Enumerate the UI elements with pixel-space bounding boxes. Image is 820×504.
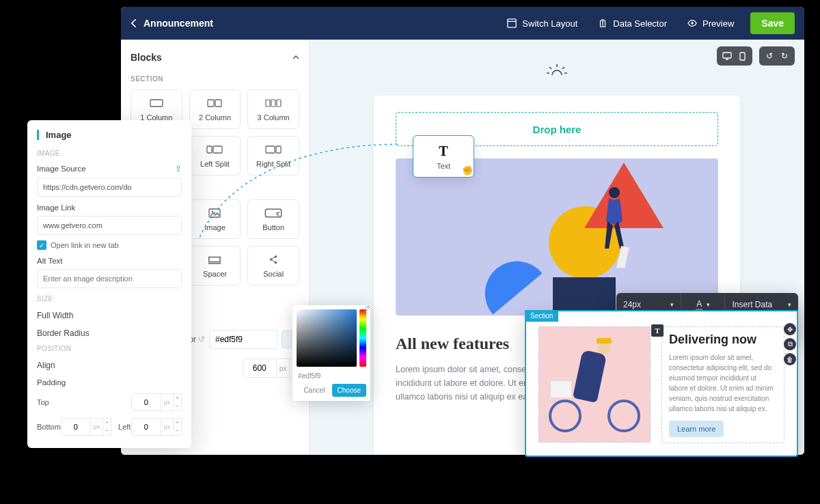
section-image-slot[interactable]: [538, 326, 651, 443]
svg-rect-6: [266, 100, 270, 107]
padding-top-label: Top: [37, 398, 68, 406]
padding-top-stepper[interactable]: +−: [174, 393, 182, 411]
color-hex-value: #edf5f9: [298, 372, 366, 380]
svg-rect-16: [276, 146, 281, 153]
block-spacer[interactable]: Spacer: [189, 246, 241, 285]
image-icon: [206, 207, 223, 219]
padding-top-input[interactable]: [131, 393, 161, 411]
props-section-position: POSITION: [37, 345, 182, 352]
image-source-label: Image Source: [37, 165, 86, 173]
block-image[interactable]: Image: [189, 199, 241, 239]
padding-left-label: Left: [118, 423, 131, 431]
border-radius-row[interactable]: Border Radius: [37, 328, 182, 338]
align-row[interactable]: Align: [37, 361, 182, 370]
svg-rect-0: [508, 19, 516, 27]
svg-rect-8: [277, 100, 281, 107]
section-heading: Delivering now: [669, 333, 777, 347]
color-gradient[interactable]: [297, 309, 357, 367]
svg-rect-31: [740, 53, 745, 60]
device-toggle: [717, 46, 752, 66]
back-button[interactable]: Announcement: [131, 18, 213, 29]
block-social[interactable]: Social: [247, 246, 299, 285]
section-text-slot[interactable]: T ✥ ⧉ 🗑 Delivering now Lorem ipsum dolor…: [661, 326, 784, 443]
image-source-input[interactable]: [37, 178, 182, 197]
block-right-split[interactable]: Right Split: [247, 136, 299, 176]
spacer-icon: [206, 253, 223, 266]
padding-label: Padding: [37, 378, 182, 387]
svg-rect-14: [213, 146, 222, 153]
svg-point-2: [691, 22, 694, 25]
svg-line-28: [272, 260, 275, 262]
history-toggle: ↺ ↻: [759, 46, 795, 66]
width-input[interactable]: [243, 359, 277, 378]
svg-rect-3: [150, 100, 163, 107]
data-selector-button[interactable]: Data Selector: [591, 14, 674, 33]
svg-rect-7: [271, 100, 275, 107]
block-2-column[interactable]: 2 Column: [189, 89, 241, 129]
svg-point-18: [212, 211, 214, 213]
redo-button[interactable]: ↻: [777, 49, 792, 63]
svg-line-33: [549, 67, 551, 69]
section-preview[interactable]: Section T ✥ ⧉ 🗑 Delivering now Lorem ips…: [525, 310, 798, 457]
svg-rect-22: [209, 257, 220, 262]
delete-button[interactable]: 🗑: [784, 353, 796, 365]
image-link-input[interactable]: [37, 216, 182, 235]
preview-button[interactable]: Preview: [681, 14, 741, 33]
props-section-size: SIZE: [37, 295, 182, 303]
desktop-icon: [722, 52, 732, 60]
learn-more-button[interactable]: Learn more: [669, 421, 724, 437]
image-link-label: Image Link: [37, 204, 75, 212]
eye-icon: [687, 18, 697, 28]
svg-rect-38: [614, 246, 629, 268]
padding-bottom-stepper[interactable]: +−: [103, 418, 111, 436]
undo-button[interactable]: ↺: [762, 49, 777, 63]
page-title: Announcement: [144, 18, 213, 29]
block-button[interactable]: Button: [247, 199, 299, 239]
move-handle[interactable]: ✥: [784, 323, 796, 335]
chevron-up-icon: [292, 55, 299, 59]
width-unit: px: [277, 359, 290, 378]
data-icon: [598, 18, 607, 28]
save-button[interactable]: Save: [750, 12, 795, 34]
button-icon: [264, 207, 282, 219]
mobile-view-button[interactable]: [735, 49, 750, 63]
svg-rect-15: [266, 146, 275, 153]
color-picker: #edf5f9 Cancel Choose: [292, 305, 370, 401]
padding-bottom-input[interactable]: [61, 418, 91, 436]
editor-header: Announcement Switch Layout Data Selector…: [121, 7, 804, 40]
padding-bottom-label: Bottom: [37, 423, 61, 431]
person-illustration: [599, 186, 629, 268]
block-left-split[interactable]: Left Split: [189, 136, 241, 176]
desktop-view-button[interactable]: [720, 49, 735, 63]
color-cancel-button[interactable]: Cancel: [299, 384, 329, 397]
color-choose-button[interactable]: Choose: [332, 384, 366, 397]
alt-text-input[interactable]: [37, 269, 182, 288]
duplicate-button[interactable]: ⧉: [784, 338, 796, 350]
blocks-accordion-header[interactable]: Blocks: [131, 49, 299, 72]
switch-layout-button[interactable]: Switch Layout: [500, 14, 584, 33]
eyedropper-icon[interactable]: [362, 305, 370, 313]
font-color-icon: A: [696, 299, 702, 310]
props-title: Image: [37, 130, 182, 140]
upload-icon[interactable]: ⇪: [175, 164, 182, 173]
alt-text-label: Alt Text: [37, 257, 63, 265]
grab-cursor-icon: ✊: [462, 165, 473, 176]
section-label: SECTION: [131, 75, 299, 83]
layout-icon: [507, 18, 517, 28]
reset-color-icon[interactable]: ↺: [198, 335, 205, 344]
svg-rect-13: [207, 146, 212, 153]
bg-color-input[interactable]: [209, 330, 277, 349]
hero-image: [396, 158, 718, 316]
hue-slider[interactable]: [359, 309, 366, 367]
svg-rect-5: [215, 100, 221, 107]
padding-left-input[interactable]: [131, 418, 161, 436]
section-tag: Section: [525, 310, 558, 322]
text-block-handle[interactable]: T: [651, 324, 664, 337]
svg-line-34: [562, 67, 564, 69]
full-width-row[interactable]: Full Width: [37, 311, 182, 320]
padding-left-stepper[interactable]: +−: [174, 418, 182, 436]
image-properties-panel: Image IMAGE Image Source⇪ Image Link ✓Op…: [27, 120, 191, 448]
sun-icon: [545, 63, 569, 78]
open-new-tab-checkbox[interactable]: ✓Open link in new tab: [37, 240, 182, 250]
block-3-column[interactable]: 3 Column: [247, 89, 299, 129]
